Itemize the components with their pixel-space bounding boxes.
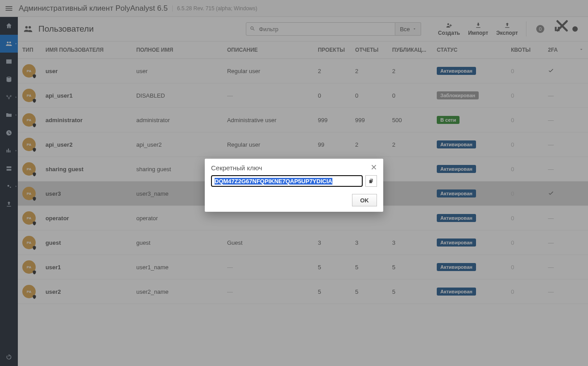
ok-button[interactable]: OK xyxy=(352,194,377,206)
secret-key-input[interactable] xyxy=(211,175,363,187)
copy-icon xyxy=(368,178,374,184)
copy-button[interactable] xyxy=(365,175,377,187)
overlay-large-x-icon xyxy=(554,18,570,34)
dialog-title: Секретный ключ xyxy=(211,164,262,172)
dialog-close-button[interactable] xyxy=(371,164,377,172)
secret-key-dialog: Секретный ключ OK xyxy=(205,159,383,212)
close-icon xyxy=(371,164,377,170)
modal-overlay[interactable]: Секретный ключ OK xyxy=(0,0,588,366)
